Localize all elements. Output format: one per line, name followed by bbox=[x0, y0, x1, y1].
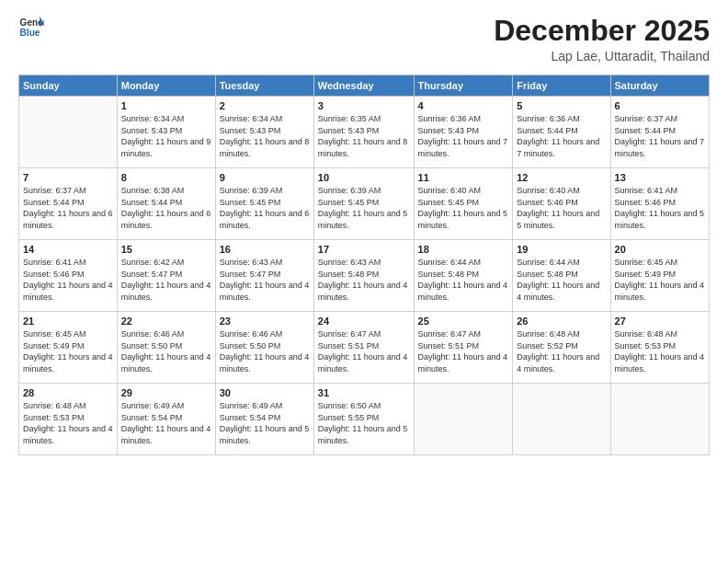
table-row: 23Sunrise: 6:46 AMSunset: 5:50 PMDayligh… bbox=[215, 312, 313, 384]
week-row-4: 28Sunrise: 6:48 AMSunset: 5:53 PMDayligh… bbox=[19, 384, 710, 455]
table-row: 6Sunrise: 6:37 AMSunset: 5:44 PMDaylight… bbox=[610, 97, 709, 168]
day-number: 16 bbox=[220, 244, 310, 255]
day-info: Sunrise: 6:45 AMSunset: 5:49 PMDaylight:… bbox=[615, 257, 705, 303]
day-number: 8 bbox=[121, 172, 211, 183]
logo: General Blue bbox=[18, 15, 44, 40]
subtitle: Lap Lae, Uttaradit, Thailand bbox=[494, 49, 710, 63]
table-row: 11Sunrise: 6:40 AMSunset: 5:45 PMDayligh… bbox=[414, 168, 513, 240]
col-tuesday: Tuesday bbox=[215, 75, 313, 97]
day-info: Sunrise: 6:48 AMSunset: 5:53 PMDaylight:… bbox=[615, 328, 705, 374]
table-row bbox=[610, 384, 709, 455]
col-thursday: Thursday bbox=[414, 75, 513, 97]
day-info: Sunrise: 6:34 AMSunset: 5:43 PMDaylight:… bbox=[121, 113, 211, 159]
day-info: Sunrise: 6:46 AMSunset: 5:50 PMDaylight:… bbox=[220, 328, 310, 374]
table-row: 10Sunrise: 6:39 AMSunset: 5:45 PMDayligh… bbox=[313, 168, 414, 240]
table-row: 15Sunrise: 6:42 AMSunset: 5:47 PMDayligh… bbox=[117, 240, 215, 312]
day-number: 1 bbox=[121, 100, 211, 111]
table-row: 12Sunrise: 6:40 AMSunset: 5:46 PMDayligh… bbox=[513, 168, 610, 240]
day-number: 25 bbox=[418, 316, 509, 327]
table-row: 26Sunrise: 6:48 AMSunset: 5:52 PMDayligh… bbox=[513, 312, 610, 384]
day-number: 4 bbox=[418, 100, 509, 111]
day-info: Sunrise: 6:40 AMSunset: 5:45 PMDaylight:… bbox=[418, 185, 509, 231]
table-row: 1Sunrise: 6:34 AMSunset: 5:43 PMDaylight… bbox=[117, 97, 215, 168]
day-info: Sunrise: 6:37 AMSunset: 5:44 PMDaylight:… bbox=[615, 113, 705, 159]
col-saturday: Saturday bbox=[610, 75, 709, 97]
col-sunday: Sunday bbox=[19, 75, 118, 97]
day-info: Sunrise: 6:47 AMSunset: 5:51 PMDaylight:… bbox=[318, 328, 410, 374]
day-info: Sunrise: 6:41 AMSunset: 5:46 PMDaylight:… bbox=[615, 185, 705, 231]
week-row-0: 1Sunrise: 6:34 AMSunset: 5:43 PMDaylight… bbox=[19, 97, 710, 168]
table-row bbox=[414, 384, 513, 455]
day-number: 26 bbox=[517, 316, 606, 327]
day-info: Sunrise: 6:44 AMSunset: 5:48 PMDaylight:… bbox=[418, 257, 509, 303]
table-row: 9Sunrise: 6:39 AMSunset: 5:45 PMDaylight… bbox=[215, 168, 313, 240]
table-row: 28Sunrise: 6:48 AMSunset: 5:53 PMDayligh… bbox=[19, 384, 118, 455]
day-info: Sunrise: 6:38 AMSunset: 5:44 PMDaylight:… bbox=[121, 185, 211, 231]
title-block: December 2025 Lap Lae, Uttaradit, Thaila… bbox=[494, 15, 710, 63]
day-info: Sunrise: 6:39 AMSunset: 5:45 PMDaylight:… bbox=[318, 185, 410, 231]
day-info: Sunrise: 6:49 AMSunset: 5:54 PMDaylight:… bbox=[220, 400, 310, 446]
day-number: 15 bbox=[121, 244, 211, 255]
table-row: 2Sunrise: 6:34 AMSunset: 5:43 PMDaylight… bbox=[215, 97, 313, 168]
day-number: 17 bbox=[318, 244, 410, 255]
day-info: Sunrise: 6:34 AMSunset: 5:43 PMDaylight:… bbox=[220, 113, 310, 159]
day-info: Sunrise: 6:40 AMSunset: 5:46 PMDaylight:… bbox=[517, 185, 606, 231]
day-info: Sunrise: 6:46 AMSunset: 5:50 PMDaylight:… bbox=[121, 328, 211, 374]
month-title: December 2025 bbox=[494, 15, 710, 47]
day-number: 11 bbox=[418, 172, 509, 183]
week-row-2: 14Sunrise: 6:41 AMSunset: 5:46 PMDayligh… bbox=[19, 240, 710, 312]
day-number: 27 bbox=[615, 316, 705, 327]
table-row: 30Sunrise: 6:49 AMSunset: 5:54 PMDayligh… bbox=[215, 384, 313, 455]
table-row: 18Sunrise: 6:44 AMSunset: 5:48 PMDayligh… bbox=[414, 240, 513, 312]
page: General Blue December 2025 Lap Lae, Utta… bbox=[0, 0, 728, 563]
logo-icon: General Blue bbox=[18, 15, 44, 40]
day-number: 22 bbox=[121, 316, 211, 327]
table-row: 5Sunrise: 6:36 AMSunset: 5:44 PMDaylight… bbox=[513, 97, 610, 168]
table-row bbox=[19, 97, 118, 168]
day-number: 7 bbox=[23, 172, 113, 183]
table-row bbox=[513, 384, 610, 455]
day-info: Sunrise: 6:43 AMSunset: 5:48 PMDaylight:… bbox=[318, 257, 410, 303]
day-number: 23 bbox=[220, 316, 310, 327]
day-number: 5 bbox=[517, 100, 606, 111]
day-number: 2 bbox=[220, 100, 310, 111]
table-row: 19Sunrise: 6:44 AMSunset: 5:48 PMDayligh… bbox=[513, 240, 610, 312]
table-row: 25Sunrise: 6:47 AMSunset: 5:51 PMDayligh… bbox=[414, 312, 513, 384]
header-row: Sunday Monday Tuesday Wednesday Thursday… bbox=[19, 75, 710, 97]
day-info: Sunrise: 6:36 AMSunset: 5:43 PMDaylight:… bbox=[418, 113, 509, 159]
day-number: 19 bbox=[517, 244, 606, 255]
day-info: Sunrise: 6:50 AMSunset: 5:55 PMDaylight:… bbox=[318, 400, 410, 446]
day-number: 24 bbox=[318, 316, 410, 327]
table-row: 27Sunrise: 6:48 AMSunset: 5:53 PMDayligh… bbox=[610, 312, 709, 384]
table-row: 13Sunrise: 6:41 AMSunset: 5:46 PMDayligh… bbox=[610, 168, 709, 240]
col-friday: Friday bbox=[513, 75, 610, 97]
week-row-1: 7Sunrise: 6:37 AMSunset: 5:44 PMDaylight… bbox=[19, 168, 710, 240]
table-row: 8Sunrise: 6:38 AMSunset: 5:44 PMDaylight… bbox=[117, 168, 215, 240]
day-info: Sunrise: 6:44 AMSunset: 5:48 PMDaylight:… bbox=[517, 257, 606, 303]
table-row: 22Sunrise: 6:46 AMSunset: 5:50 PMDayligh… bbox=[117, 312, 215, 384]
day-info: Sunrise: 6:42 AMSunset: 5:47 PMDaylight:… bbox=[121, 257, 211, 303]
day-info: Sunrise: 6:39 AMSunset: 5:45 PMDaylight:… bbox=[220, 185, 310, 231]
table-row: 4Sunrise: 6:36 AMSunset: 5:43 PMDaylight… bbox=[414, 97, 513, 168]
day-info: Sunrise: 6:49 AMSunset: 5:54 PMDaylight:… bbox=[121, 400, 211, 446]
day-info: Sunrise: 6:48 AMSunset: 5:52 PMDaylight:… bbox=[517, 328, 606, 374]
day-info: Sunrise: 6:48 AMSunset: 5:53 PMDaylight:… bbox=[23, 400, 113, 446]
header: General Blue December 2025 Lap Lae, Utta… bbox=[18, 15, 710, 63]
table-row: 16Sunrise: 6:43 AMSunset: 5:47 PMDayligh… bbox=[215, 240, 313, 312]
day-number: 12 bbox=[517, 172, 606, 183]
day-info: Sunrise: 6:45 AMSunset: 5:49 PMDaylight:… bbox=[23, 328, 113, 374]
day-number: 13 bbox=[615, 172, 705, 183]
col-monday: Monday bbox=[117, 75, 215, 97]
day-number: 30 bbox=[220, 387, 310, 398]
table-row: 20Sunrise: 6:45 AMSunset: 5:49 PMDayligh… bbox=[610, 240, 709, 312]
table-row: 29Sunrise: 6:49 AMSunset: 5:54 PMDayligh… bbox=[117, 384, 215, 455]
day-number: 3 bbox=[318, 100, 410, 111]
day-info: Sunrise: 6:47 AMSunset: 5:51 PMDaylight:… bbox=[418, 328, 509, 374]
day-number: 18 bbox=[418, 244, 509, 255]
day-number: 29 bbox=[121, 387, 211, 398]
day-info: Sunrise: 6:37 AMSunset: 5:44 PMDaylight:… bbox=[23, 185, 113, 231]
day-number: 28 bbox=[23, 387, 113, 398]
table-row: 31Sunrise: 6:50 AMSunset: 5:55 PMDayligh… bbox=[313, 384, 414, 455]
day-number: 21 bbox=[23, 316, 113, 327]
calendar-table: Sunday Monday Tuesday Wednesday Thursday… bbox=[18, 75, 710, 455]
